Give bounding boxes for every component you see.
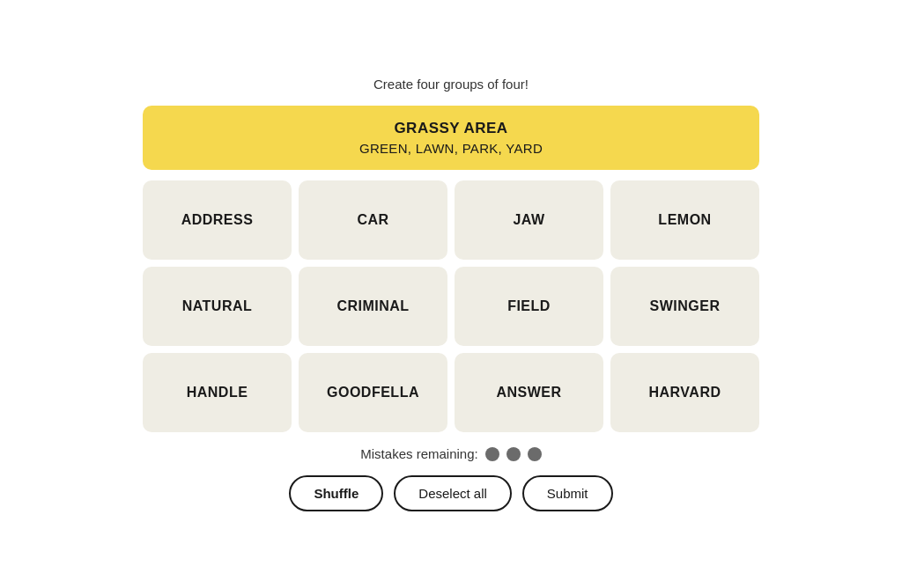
grid-cell-label: FIELD [500,291,558,321]
grid-cell[interactable]: ANSWER [455,353,603,432]
solved-group-title: GRASSY AREA [164,120,738,137]
grid-cell[interactable]: FIELD [455,267,603,346]
grid-cell[interactable]: HANDLE [143,353,292,432]
subtitle: Create four groups of four! [373,77,529,92]
grid-cell-label: HANDLE [180,378,255,408]
grid-cell[interactable]: CAR [299,180,447,260]
grid-cell-label: SWINGER [643,291,728,321]
mistake-dot-2 [506,447,521,461]
grid-cell[interactable]: SWINGER [610,267,759,346]
solved-group: GRASSY AREA GREEN, LAWN, PARK, YARD [143,106,759,170]
grid-cell-label: HARVARD [641,378,728,408]
buttons-row: Shuffle Deselect all Submit [289,475,612,511]
mistake-dot-3 [528,447,542,461]
mistakes-row: Mistakes remaining: [360,446,541,461]
mistake-dot-1 [485,447,499,461]
grid-cell-label: JAW [506,205,551,235]
grid-cell-label: CRIMINAL [329,291,416,321]
grid-cell[interactable]: GOODFELLA [299,353,447,432]
solved-group-words: GREEN, LAWN, PARK, YARD [164,141,738,156]
grid-cell-label: CAR [350,205,396,235]
grid-cell[interactable]: CRIMINAL [299,267,447,346]
submit-button[interactable]: Submit [522,475,613,511]
mistakes-label: Mistakes remaining: [360,446,477,461]
grid-cell-label: ADDRESS [174,205,261,235]
word-grid: ADDRESSCARJAWLEMONNATURALCRIMINALFIELDSW… [143,180,759,432]
game-container: Create four groups of four! GRASSY AREA … [143,77,759,511]
grid-cell[interactable]: JAW [455,180,603,260]
grid-cell[interactable]: LEMON [610,180,759,260]
grid-cell-label: NATURAL [175,291,260,321]
deselect-button[interactable]: Deselect all [394,475,512,511]
grid-cell-label: ANSWER [489,378,568,408]
grid-cell-label: LEMON [651,205,718,235]
grid-cell[interactable]: ADDRESS [143,180,292,260]
grid-cell[interactable]: HARVARD [610,353,759,432]
grid-cell[interactable]: NATURAL [143,267,292,346]
shuffle-button[interactable]: Shuffle [289,475,383,511]
grid-cell-label: GOODFELLA [320,378,426,408]
